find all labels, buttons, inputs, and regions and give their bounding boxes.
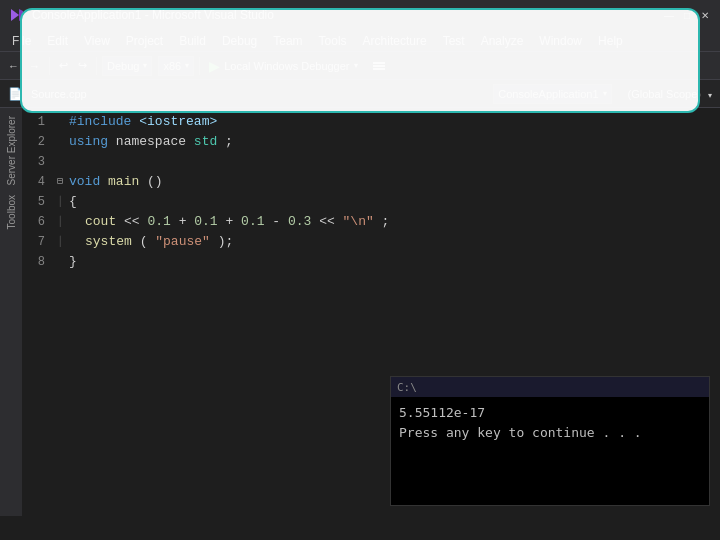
line-indicator-6: │	[57, 212, 69, 232]
maximize-button[interactable]: □	[680, 8, 694, 22]
run-icon: ▶	[209, 58, 220, 74]
svg-rect-4	[373, 68, 385, 70]
line-code-6: cout << 0.1 + 0.1 + 0.1 - 0.3 << "\n" ;	[69, 212, 389, 232]
line-num-4: 4	[22, 172, 57, 192]
menu-build[interactable]: Build	[171, 32, 214, 50]
forward-icon: →	[29, 60, 40, 72]
toolbar-separator-2	[96, 57, 97, 75]
server-explorer-tab[interactable]: Server Explorer	[4, 112, 19, 189]
toolbar-separator-3	[199, 57, 200, 75]
menu-window[interactable]: Window	[531, 32, 590, 50]
left-sidebar: Server Explorer Toolbox	[0, 108, 22, 516]
menu-view[interactable]: View	[76, 32, 118, 50]
toolbar-separator-1	[49, 57, 50, 75]
code-line-3: 3	[22, 152, 720, 172]
toolbox-tab[interactable]: Toolbox	[4, 191, 19, 233]
menu-file[interactable]: File	[4, 32, 39, 50]
line-num-6: 6	[22, 212, 57, 232]
extra-icon	[372, 59, 386, 73]
svg-rect-3	[373, 65, 385, 67]
console-output-line1: 5.55112e-17	[399, 403, 701, 423]
run-label: Local Windows Debugger	[224, 60, 349, 72]
line-code-2: using namespace std ;	[69, 132, 233, 152]
console-overlay: C:\ 5.55112e-17 Press any key to continu…	[390, 376, 710, 506]
main-area: Server Explorer Toolbox 1 #include <iost…	[0, 108, 720, 516]
line-code-3	[69, 152, 77, 172]
svg-rect-2	[373, 62, 385, 64]
undo-button[interactable]: ↩	[55, 57, 72, 74]
config-label: Debug	[107, 60, 139, 72]
file-path-bar: 📄 Source.cpp ConsoleApplication1 ▾ (Glob…	[0, 80, 720, 108]
forward-button[interactable]: →	[25, 58, 44, 74]
line-num-5: 5	[22, 192, 57, 212]
code-line-7: 7 │ system ( "pause" );	[22, 232, 720, 252]
menu-project[interactable]: Project	[118, 32, 171, 50]
console-title: C:\	[397, 381, 417, 394]
config-dropdown[interactable]: Debug ▾	[102, 56, 152, 76]
code-line-4: 4 ⊟ void main ()	[22, 172, 720, 192]
line-num-3: 3	[22, 152, 57, 172]
line-code-1: #include <iostream>	[69, 112, 217, 132]
svg-marker-1	[19, 9, 23, 21]
title-bar: ConsoleApplication1 - Microsoft Visual S…	[0, 0, 720, 30]
svg-marker-0	[11, 9, 19, 21]
vs-logo	[8, 6, 26, 24]
platform-dropdown-arrow: ▾	[185, 61, 189, 70]
console-title-bar: C:\	[391, 377, 709, 397]
code-line-8: 8 }	[22, 252, 720, 272]
line-code-7: system ( "pause" );	[69, 232, 233, 252]
line-code-4: void main ()	[69, 172, 163, 192]
line-num-8: 8	[22, 252, 57, 272]
run-debugger-button[interactable]: ▶ Local Windows Debugger ▾	[205, 58, 361, 74]
run-dropdown-arrow: ▾	[354, 61, 358, 70]
project-label: ConsoleApplication1	[498, 88, 598, 100]
project-dropdown[interactable]: ConsoleApplication1 ▾	[493, 84, 611, 104]
code-content: 1 #include <iostream> 2 using namespace …	[22, 108, 720, 276]
menu-test[interactable]: Test	[435, 32, 473, 50]
extra-toolbar-btn[interactable]	[368, 57, 390, 75]
back-button[interactable]: ←	[4, 58, 23, 74]
file-icon: 📄	[8, 87, 23, 101]
close-button[interactable]: ✕	[698, 8, 712, 22]
project-dropdown-arrow: ▾	[603, 89, 607, 98]
window-title: ConsoleApplication1 - Microsoft Visual S…	[32, 8, 274, 22]
window-controls: — □ ✕	[662, 8, 712, 22]
line-num-1: 1	[22, 112, 57, 132]
scope-label: (Global Scope)	[628, 88, 701, 100]
toolbar: ← → ↩ ↪ Debug ▾ x86 ▾ ▶ Local Windows De…	[0, 52, 720, 80]
line-indicator-7: │	[57, 232, 69, 252]
line-indicator-5: │	[57, 192, 69, 212]
code-line-1: 1 #include <iostream>	[22, 112, 720, 132]
code-line-6: 6 │ cout << 0.1 + 0.1 + 0.1 - 0.3 <<	[22, 212, 720, 232]
platform-dropdown[interactable]: x86 ▾	[158, 56, 194, 76]
console-output-line2: Press any key to continue . . .	[399, 423, 701, 443]
line-num-7: 7	[22, 232, 57, 252]
minimize-button[interactable]: —	[662, 8, 676, 22]
line-code-8: }	[69, 252, 77, 272]
redo-button[interactable]: ↪	[74, 57, 91, 74]
scope-dropdown[interactable]: (Global Scope) ▾	[628, 88, 712, 100]
menu-bar: File Edit View Project Build Debug Team …	[0, 30, 720, 52]
menu-team[interactable]: Team	[265, 32, 310, 50]
config-dropdown-arrow: ▾	[143, 61, 147, 70]
console-output: 5.55112e-17 Press any key to continue . …	[399, 403, 701, 442]
code-editor[interactable]: 1 #include <iostream> 2 using namespace …	[22, 108, 720, 516]
menu-tools[interactable]: Tools	[311, 32, 355, 50]
back-icon: ←	[8, 60, 19, 72]
collapse-icon-4[interactable]: ⊟	[57, 172, 69, 192]
code-line-2: 2 using namespace std ;	[22, 132, 720, 152]
platform-label: x86	[163, 60, 181, 72]
menu-edit[interactable]: Edit	[39, 32, 76, 50]
file-path-source: Source.cpp	[31, 88, 87, 100]
menu-debug[interactable]: Debug	[214, 32, 265, 50]
scope-dropdown-arrow: ▾	[708, 91, 712, 100]
line-num-2: 2	[22, 132, 57, 152]
menu-architecture[interactable]: Architecture	[355, 32, 435, 50]
line-code-5: {	[69, 192, 77, 212]
menu-analyze[interactable]: Analyze	[473, 32, 532, 50]
menu-help[interactable]: Help	[590, 32, 631, 50]
code-line-5: 5 │ {	[22, 192, 720, 212]
